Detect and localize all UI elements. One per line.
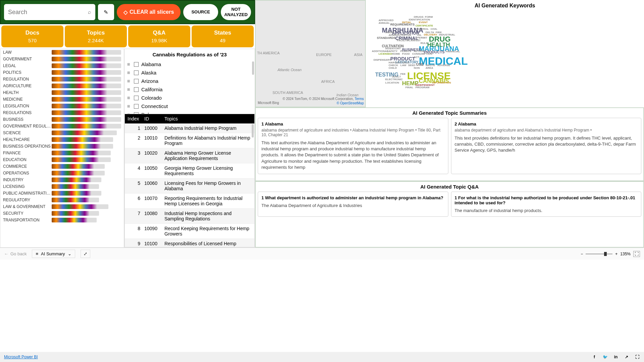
fullscreen-icon[interactable]: ⛶	[635, 354, 640, 360]
expand-icon[interactable]: ⊞	[127, 79, 131, 83]
keyword[interactable]: DISPENSARY	[374, 58, 391, 61]
states-list[interactable]: ⊞Alabama⊞Alaska⊞Arizona⊞California⊞Color…	[125, 60, 255, 114]
keyword[interactable]: LOCATION	[385, 81, 399, 84]
linkedin-icon[interactable]: in	[613, 354, 618, 360]
th-index[interactable]: Index	[128, 116, 144, 121]
keyword[interactable]: CERTIFICATE	[415, 24, 433, 27]
go-back-button[interactable]: ← Go back	[4, 251, 27, 256]
scrollbar[interactable]	[252, 124, 254, 138]
qa-card[interactable]: 1 For what is the industrial hemp author…	[451, 192, 642, 217]
category-row[interactable]: LEGISLATION	[0, 103, 124, 109]
scrollbar[interactable]	[252, 61, 254, 75]
category-row[interactable]: TRANSPORTATION	[0, 217, 124, 223]
category-row[interactable]: BUSINESS	[0, 116, 124, 123]
category-row[interactable]: SECURITY	[0, 210, 124, 217]
terms-link[interactable]: Terms	[355, 97, 364, 101]
keyword[interactable]: ADMINISTRATIVE	[389, 34, 411, 37]
category-row[interactable]: LICENSING	[0, 183, 124, 190]
table-row[interactable]: 910100Responsibilities of Licensed Hemp …	[125, 239, 254, 247]
keyword[interactable]: FINANCIAL	[446, 50, 460, 53]
category-row[interactable]: MEDICINE	[0, 96, 124, 103]
keyword[interactable]: NON	[414, 66, 420, 69]
keyword[interactable]: EVENT	[419, 21, 428, 24]
checkbox[interactable]	[134, 79, 139, 84]
keyword[interactable]: STANDARDS	[377, 36, 396, 40]
keyword[interactable]: DELIVERY	[424, 33, 437, 36]
keyword[interactable]: PLAN	[407, 39, 414, 42]
category-row[interactable]: PUBLIC ADMINISTRATION	[0, 190, 124, 197]
category-row[interactable]: COMMERCE	[0, 163, 124, 170]
table-row[interactable]: 610070Reporting Requirements for Industr…	[125, 194, 254, 209]
summary-card[interactable]: 2 Alabamaalabama department of agricultu…	[451, 118, 642, 174]
keyword[interactable]: FINAL	[405, 86, 413, 89]
word-cloud[interactable]: MEDICALLICENSEDRUGMARIJUANAMARIHUANACANN…	[368, 11, 641, 92]
qa-card[interactable]: 1 What department is authorized to admin…	[258, 192, 448, 217]
table-row[interactable]: 410050Georgia Hemp Grower Licensing Requ…	[125, 163, 254, 178]
keyword[interactable]: INDUSTRIAL	[439, 33, 455, 36]
stat-card[interactable]: Docs570	[1, 25, 63, 47]
category-row[interactable]: FINANCE	[0, 150, 124, 156]
keyword[interactable]: INITIAL	[402, 21, 411, 24]
keyword[interactable]: FEE	[400, 72, 406, 75]
category-row[interactable]: HEALTHCARE	[0, 136, 124, 143]
keyword[interactable]: TEST	[414, 39, 420, 42]
osm-link[interactable]: © OpenStreetMap	[337, 101, 364, 105]
checkbox[interactable]	[134, 70, 139, 75]
checkbox[interactable]	[134, 62, 139, 67]
expand-icon[interactable]: ⊞	[127, 62, 131, 66]
keyword[interactable]: CIVIL	[431, 28, 437, 31]
keyword[interactable]: HEALTH	[427, 42, 450, 48]
state-row[interactable]: ⊞Delaware	[127, 110, 252, 114]
table-row[interactable]: 110000Alabama Industrial Hemp Program	[125, 123, 254, 133]
not-analyzed-button[interactable]: NOT ANALYZED	[221, 4, 251, 20]
fit-page-button[interactable]: ⛶	[633, 251, 640, 257]
keyword[interactable]: CONSUMPTION	[412, 52, 432, 55]
expand-icon[interactable]: ⊞	[127, 104, 131, 108]
keyword[interactable]: ELECTRONIC	[385, 78, 403, 81]
state-row[interactable]: ⊞Alaska	[127, 68, 252, 77]
category-row[interactable]: REGULATIONS	[0, 109, 124, 116]
topics-table[interactable]: Index ID Topics 110000Alabama Industrial…	[125, 114, 255, 247]
table-row[interactable]: 510060Licensing Fees for Hemp Growers in…	[125, 178, 254, 194]
th-id[interactable]: ID	[144, 116, 164, 121]
keyword[interactable]: ADVERSE	[437, 64, 450, 67]
brush-button[interactable]: ✎	[98, 4, 114, 20]
category-row[interactable]: SCIENCE	[0, 130, 124, 136]
keyword[interactable]: ACT	[414, 56, 419, 59]
checkbox[interactable]	[134, 96, 139, 100]
table-row[interactable]: 310020Alabama Hemp Grower License Applic…	[125, 148, 254, 163]
map-panel[interactable]: TH AMERICA EUROPE ASIA AFRICA SOUTH AMER…	[255, 0, 366, 107]
search-icon[interactable]: ⌕	[88, 9, 91, 15]
collapse-button[interactable]: ⤢	[81, 250, 90, 258]
checkbox[interactable]	[134, 104, 139, 109]
state-row[interactable]: ⊞Alabama	[127, 60, 252, 68]
zoom-in-button[interactable]: +	[615, 252, 617, 256]
category-row[interactable]: GOVERNMENT REGULATI...	[0, 123, 124, 130]
summary-card[interactable]: 1 Alabamaalabama department of agricultu…	[258, 118, 448, 174]
keyword[interactable]: INFORMATION	[432, 81, 451, 84]
source-button[interactable]: SOURCE	[183, 4, 218, 20]
keyword[interactable]: AREA	[426, 66, 433, 69]
table-row[interactable]: 210010Definitions for Alabama's Industri…	[125, 133, 254, 148]
state-row[interactable]: ⊞Arizona	[127, 77, 252, 85]
zoom-slider[interactable]	[586, 254, 612, 254]
category-row[interactable]: LAW	[0, 49, 124, 56]
category-row[interactable]: EDUCATION	[0, 156, 124, 163]
keyword[interactable]: HOME	[392, 52, 400, 55]
keyword[interactable]: PROGRAM	[415, 86, 430, 89]
category-row[interactable]: LEGAL	[0, 62, 124, 69]
twitter-icon[interactable]: 🐦	[602, 354, 608, 360]
keyword[interactable]: RULE	[420, 42, 428, 45]
category-row[interactable]: POLITICS	[0, 69, 124, 76]
table-row[interactable]: 710080Industrial Hemp Inspections and Sa…	[125, 209, 254, 224]
keyword[interactable]: FOOD	[402, 52, 410, 55]
keyword[interactable]: LICENSED	[379, 52, 392, 55]
category-row[interactable]: OPERATIONS	[0, 170, 124, 176]
category-row[interactable]: GOVERNMENT	[0, 56, 124, 62]
category-row[interactable]: BUSINESS OPERATIONS	[0, 143, 124, 150]
zoom-out-button[interactable]: −	[581, 252, 583, 256]
state-row[interactable]: ⊞California	[127, 85, 252, 94]
state-row[interactable]: ⊞Colorado	[127, 94, 252, 102]
category-row[interactable]: HEALTH	[0, 89, 124, 96]
keyword[interactable]: ANNUAL	[379, 21, 390, 24]
